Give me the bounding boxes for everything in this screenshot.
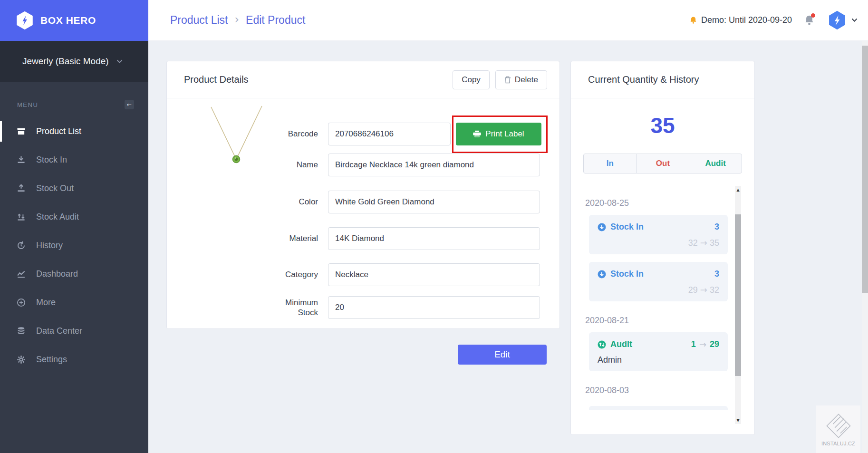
color-input[interactable] <box>328 191 540 213</box>
sidebar-item-label: History <box>36 241 63 251</box>
chevron-right-icon: › <box>234 14 239 27</box>
history-entry-amount: 3 <box>714 222 719 232</box>
sidebar-item-label: Stock Audit <box>36 212 79 222</box>
current-quantity-value: 35 <box>571 113 754 138</box>
arrow-right-icon: → <box>700 238 707 248</box>
chevron-down-icon <box>116 59 123 64</box>
history-entry-stock-in[interactable]: Stock In 3 29 → 32 <box>589 262 728 301</box>
product-details-title: Product Details <box>184 74 249 85</box>
scroll-down-icon[interactable]: ▼ <box>735 417 741 424</box>
history-scrollbar-thumb[interactable] <box>735 214 741 376</box>
menu-section-label: MENU <box>17 101 38 108</box>
minimum-stock-input[interactable] <box>328 296 540 319</box>
gear-icon <box>16 355 26 364</box>
arrow-right-icon: → <box>700 285 707 295</box>
product-details-card: Product Details Copy Delete <box>166 61 560 329</box>
history-date: 2020-08-25 <box>585 198 728 208</box>
sidebar-item-label: Dashboard <box>36 269 78 279</box>
breadcrumb: Product List › Edit Product <box>170 14 305 27</box>
history-entry-type: Audit <box>610 339 632 349</box>
menu-section-row: MENU ← <box>0 82 148 109</box>
demo-notice-text: Demo: Until 2020-09-20 <box>701 15 792 25</box>
audit-circle-icon <box>598 340 606 349</box>
sidebar-item-label: Product List <box>36 126 81 136</box>
tab-in[interactable]: In <box>584 154 637 173</box>
history-list: 2020-08-25 Stock In 3 32 → 35 <box>584 181 728 428</box>
dashboard-icon <box>16 269 26 279</box>
box-icon <box>16 126 26 136</box>
history-entry-change: 1 → 29 <box>691 339 719 349</box>
breadcrumb-product-list[interactable]: Product List <box>170 14 228 27</box>
history-date: 2020-08-21 <box>585 316 728 326</box>
history-entry-stock-in[interactable]: Stock In 3 32 → 35 <box>589 215 728 254</box>
stock-out-icon <box>16 183 26 193</box>
minimum-stock-label: Minimum Stock <box>270 296 318 319</box>
quantity-history-card: Current Quantity & History 35 In Out Aud… <box>570 61 755 435</box>
sidebar-item-stock-in[interactable]: Stock In <box>0 145 148 174</box>
watermark-text: INSTALUJ.CZ <box>821 441 855 446</box>
copy-button-label: Copy <box>462 75 481 85</box>
product-image <box>195 105 276 169</box>
sidebar-item-label: Stock Out <box>36 183 74 193</box>
history-entry-partial <box>589 406 728 410</box>
sidebar-item-label: More <box>36 298 56 308</box>
history-entry-user: Admin <box>598 355 719 365</box>
watermark: INSTALUJ.CZ <box>816 405 860 453</box>
workspace-name: Jewerly (Basic Mode) <box>22 56 109 67</box>
brand-logo: BOX HERO <box>0 0 148 41</box>
edit-button[interactable]: Edit <box>458 345 547 365</box>
barcode-input[interactable] <box>328 123 451 145</box>
history-entry-type: Stock In <box>610 269 644 279</box>
category-input[interactable] <box>328 263 540 286</box>
sidebar-item-data-center[interactable]: Data Center <box>0 317 148 345</box>
sidebar-item-history[interactable]: History <box>0 231 148 260</box>
history-entry-type: Stock In <box>610 222 644 232</box>
history-scrollbar[interactable]: ▲ ▼ <box>735 186 741 424</box>
print-label-button[interactable]: Print Label <box>456 123 541 145</box>
sidebar-item-more[interactable]: More <box>0 288 148 317</box>
delete-button[interactable]: Delete <box>495 70 547 89</box>
demo-bell-icon <box>690 16 697 24</box>
history-icon <box>16 241 26 250</box>
material-input[interactable] <box>328 227 540 250</box>
sidebar: BOX HERO Jewerly (Basic Mode) MENU ← Pro… <box>0 0 148 453</box>
stock-audit-icon <box>16 212 26 222</box>
more-plus-icon <box>16 298 26 307</box>
avatar[interactable] <box>828 10 847 30</box>
history-entry-change: 32 → 35 <box>598 238 719 248</box>
page-scrollbar-thumb[interactable] <box>862 46 868 293</box>
material-label: Material <box>270 227 318 250</box>
top-bar-actions: Demo: Until 2020-09-20 <box>690 10 858 30</box>
product-details-header: Product Details Copy Delete <box>167 61 559 98</box>
sidebar-item-settings[interactable]: Settings <box>0 345 148 374</box>
sidebar-item-product-list[interactable]: Product List <box>0 117 148 145</box>
arrow-right-icon: → <box>699 339 706 349</box>
print-label-button-text: Print Label <box>485 129 524 139</box>
trash-icon <box>504 76 511 84</box>
notifications-button[interactable] <box>804 15 814 26</box>
history-entry-audit[interactable]: Audit 1 → 29 Admin <box>589 332 728 371</box>
tab-out[interactable]: Out <box>637 154 689 173</box>
history-filter-tabs: In Out Audit <box>583 154 742 173</box>
history-date: 2020-08-03 <box>585 386 728 395</box>
main-content: Product Details Copy Delete <box>148 41 868 453</box>
stock-in-circle-icon <box>598 223 606 231</box>
tab-audit[interactable]: Audit <box>689 154 742 173</box>
sidebar-item-label: Settings <box>36 355 67 365</box>
quantity-history-title: Current Quantity & History <box>588 74 699 85</box>
workspace-selector[interactable]: Jewerly (Basic Mode) <box>0 41 148 82</box>
name-input[interactable] <box>328 154 540 176</box>
collapse-sidebar-icon[interactable]: ← <box>125 100 134 109</box>
printer-icon <box>473 130 481 138</box>
quantity-history-header: Current Quantity & History <box>571 61 754 98</box>
account-chevron-down-icon[interactable] <box>851 18 858 22</box>
scroll-up-icon[interactable]: ▲ <box>735 186 741 193</box>
copy-button[interactable]: Copy <box>453 70 490 89</box>
page-scrollbar[interactable] <box>862 41 868 453</box>
boxhero-hexagon-logo-icon <box>16 11 34 30</box>
sidebar-item-dashboard[interactable]: Dashboard <box>0 260 148 288</box>
sidebar-item-stock-audit[interactable]: Stock Audit <box>0 202 148 231</box>
sidebar-item-stock-out[interactable]: Stock Out <box>0 174 148 202</box>
demo-notice[interactable]: Demo: Until 2020-09-20 <box>690 15 792 25</box>
sidebar-item-label: Stock In <box>36 155 67 165</box>
